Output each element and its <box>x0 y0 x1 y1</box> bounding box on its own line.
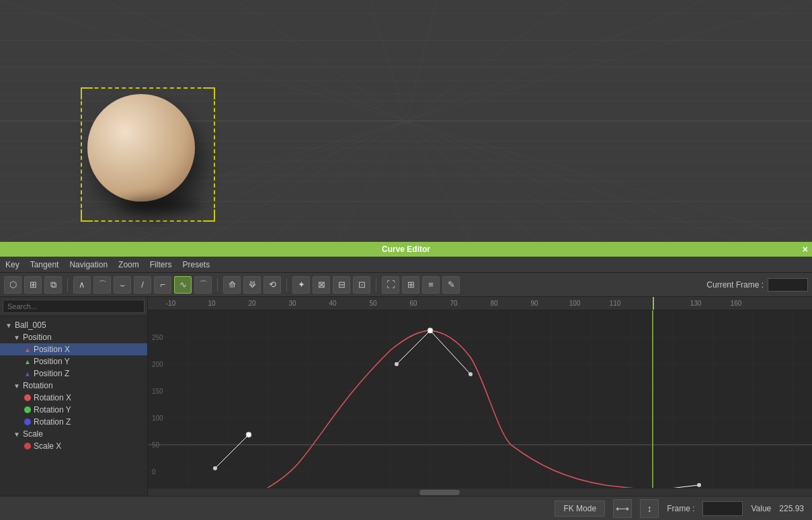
tree-item-rotation[interactable]: ▼ Rotation <box>0 380 147 392</box>
tangent-weighted-button[interactable]: ⌣ <box>114 276 131 294</box>
channel-scale-x: Scale X <box>34 441 61 451</box>
pin-button[interactable]: ✎ <box>442 276 460 294</box>
ruler-90: 90 <box>530 300 538 307</box>
ruler-80: 80 <box>490 300 497 307</box>
arrow-position: ▼ <box>13 334 20 341</box>
tree-item-rotation-y[interactable]: Rotation Y <box>0 404 147 416</box>
interp-button[interactable]: ⟰ <box>223 276 241 294</box>
scrollbar-thumb[interactable] <box>419 490 460 495</box>
channel-rotation-z: Rotation Z <box>34 417 71 427</box>
curve-editor-titlebar: Curve Editor × <box>0 242 812 257</box>
add-key-button[interactable]: ✦ <box>292 276 310 294</box>
select-tool-button[interactable]: ⬡ <box>4 276 22 294</box>
svg-point-84 <box>697 483 701 487</box>
menu-presets[interactable]: Presets <box>182 260 210 269</box>
key-snap-button[interactable]: ↕ <box>640 499 659 518</box>
frame-input[interactable]: 60 <box>702 501 743 516</box>
menu-filters[interactable]: Filters <box>150 260 172 269</box>
value-number: 225.93 <box>779 504 804 513</box>
remove-key-button[interactable]: ⊠ <box>313 276 330 294</box>
tangent-easing-button[interactable]: ∿ <box>174 276 192 294</box>
ruler-60: 60 <box>409 300 417 307</box>
tree-item-position-x[interactable]: ▲ Position X <box>0 343 147 355</box>
menu-navigation[interactable]: Navigation <box>69 260 108 269</box>
tangent-stepped-button[interactable]: ⌐ <box>154 276 171 294</box>
ruler-10: 10 <box>208 300 215 307</box>
time-ruler[interactable]: -10 10 20 30 40 50 60 70 80 90 100 110 1… <box>148 297 812 310</box>
tree-item-position-y[interactable]: ▲ Position Y <box>0 355 147 367</box>
current-frame-input[interactable]: 120 <box>768 278 808 292</box>
svg-point-81 <box>469 372 473 376</box>
normalize-button[interactable]: ≡ <box>422 276 440 294</box>
menu-bar: Key Tangent Navigation Zoom Filters Pres… <box>0 257 812 273</box>
ruler-130: 130 <box>690 300 702 307</box>
playhead-ruler <box>653 297 654 310</box>
close-button[interactable]: × <box>803 244 808 255</box>
layer-button[interactable]: ⧉ <box>44 276 62 294</box>
channel-position-y: Position Y <box>34 357 70 366</box>
curve-editor-title: Curve Editor <box>382 245 430 254</box>
object-name: Ball_005 <box>15 320 46 330</box>
tree-item-scale[interactable]: ▼ Scale <box>0 428 147 440</box>
svg-text:0: 0 <box>152 468 156 476</box>
tree-item-scale-x[interactable]: Scale X <box>0 440 147 452</box>
arrow-ball005: ▼ <box>5 322 12 329</box>
svg-text:50: 50 <box>152 441 160 449</box>
svg-text:100: 100 <box>152 415 163 422</box>
channel-rotation-x: Rotation X <box>34 393 71 402</box>
break-tangent-button[interactable]: ⟲ <box>263 276 281 294</box>
tangent-auto-button[interactable]: ⌒ <box>93 276 111 294</box>
tree-item-rotation-x[interactable]: Rotation X <box>0 392 147 404</box>
menu-key[interactable]: Key <box>5 260 19 269</box>
tree-item-position[interactable]: ▼ Position <box>0 331 147 343</box>
status-bar: FK Mode ⟷ ↕ Frame : 60 Value 225.93 <box>0 496 812 520</box>
tree-item-position-z[interactable]: ▲ Position Z <box>0 367 147 380</box>
toolbar-separator-4 <box>376 278 376 292</box>
graph-panel[interactable]: -10 10 20 30 40 50 60 70 80 90 100 110 1… <box>148 297 812 496</box>
current-frame-label: Current Frame : <box>706 280 764 290</box>
ruler-30: 30 <box>288 300 296 307</box>
group-position: Position <box>23 333 52 342</box>
svg-point-76 <box>213 466 217 470</box>
menu-zoom[interactable]: Zoom <box>118 260 139 269</box>
ruler-50: 50 <box>369 300 376 307</box>
graph-area[interactable]: 250 200 150 100 50 0 -50 -100 -150 <box>148 310 812 488</box>
ruler-70: 70 <box>450 300 457 307</box>
channel-rotation-y: Rotation Y <box>34 405 71 415</box>
scrollbar-horizontal[interactable] <box>148 488 812 496</box>
group-rotation: Rotation <box>23 381 53 390</box>
left-panel: ▼ Ball_005 ▼ Position ▲ Position X ▲ Pos… <box>0 297 148 496</box>
tangent-linear-button[interactable]: / <box>134 276 151 294</box>
weighted-tangent-button[interactable]: ⟱ <box>243 276 261 294</box>
editor-body: ▼ Ball_005 ▼ Position ▲ Position X ▲ Pos… <box>0 297 812 496</box>
tangent-free-button[interactable]: ∧ <box>73 276 91 294</box>
search-input[interactable] <box>3 300 145 313</box>
svg-text:200: 200 <box>152 361 163 368</box>
arrow-scale: ▼ <box>13 431 20 438</box>
zoom-fit-button[interactable]: ⛶ <box>382 276 399 294</box>
triangle-position-y: ▲ <box>24 358 31 365</box>
ruler-40: 40 <box>329 300 336 307</box>
current-frame-area: Current Frame : 120 <box>706 278 808 292</box>
arrow-rotation: ▼ <box>13 382 20 390</box>
curve-editor: Curve Editor × Key Tangent Navigation Zo… <box>0 242 812 520</box>
dot-scale-x <box>24 443 31 449</box>
loop-button[interactable]: ⟷ <box>613 499 632 518</box>
group-scale: Scale <box>23 429 43 439</box>
toolbar-separator-1 <box>67 278 68 292</box>
snap-key-button[interactable]: ⊟ <box>333 276 350 294</box>
menu-tangent[interactable]: Tangent <box>30 260 59 269</box>
tree-item-rotation-z[interactable]: Rotation Z <box>0 416 147 428</box>
move-pivot-button[interactable]: ⊞ <box>24 276 42 294</box>
channel-position-z: Position Z <box>34 369 69 378</box>
channel-position-x: Position X <box>34 345 70 354</box>
ruler-neg10: -10 <box>166 300 175 307</box>
sphere-shadow <box>121 198 202 212</box>
viewport-3d[interactable] <box>0 0 812 242</box>
tree-item-ball005[interactable]: ▼ Ball_005 <box>0 319 147 331</box>
fk-mode-button[interactable]: FK Mode <box>555 501 605 517</box>
tangent-ease-in-button[interactable]: ⌒ <box>194 276 212 294</box>
ruler-160: 160 <box>731 300 742 307</box>
zoom-key-button[interactable]: ⊞ <box>402 276 419 294</box>
buffer-curve-button[interactable]: ⊡ <box>353 276 370 294</box>
